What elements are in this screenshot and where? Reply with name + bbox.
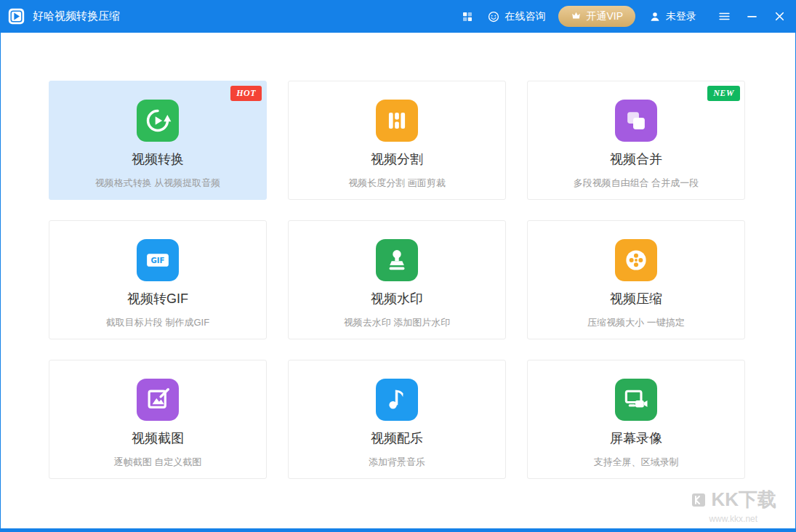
feature-subtitle: 多段视频自由组合 合并成一段 [528, 177, 744, 190]
card-badge: NEW [707, 86, 740, 101]
online-service-button[interactable]: 在线咨询 [487, 0, 545, 33]
menu-icon[interactable] [714, 7, 734, 27]
feature-subtitle: 逐帧截图 自定义截图 [49, 456, 266, 469]
window-controls [714, 7, 789, 27]
feature-title: 视频配乐 [289, 430, 505, 447]
card-badge: HOT [230, 86, 262, 101]
feature-card-video-watermark[interactable]: 视频水印 视频去水印 添加图片水印 [288, 220, 506, 339]
watermark-name: KK下载 [711, 487, 776, 512]
watermark-logo-row: KK下载 [690, 487, 776, 512]
feature-subtitle: 视频去水印 添加图片水印 [289, 316, 505, 329]
feature-title: 屏幕录像 [528, 430, 744, 447]
video-screenshot-icon [137, 379, 179, 421]
main-content: HOT 视频转换 视频格式转换 从视频提取音频 视频分割 视频长度分割 画面剪裁… [1, 33, 795, 528]
feature-grid: HOT 视频转换 视频格式转换 从视频提取音频 视频分割 视频长度分割 画面剪裁… [1, 33, 795, 479]
video-watermark-icon [376, 239, 418, 281]
feature-card-video-merge[interactable]: NEW 视频合并 多段视频自由组合 合并成一段 [527, 81, 745, 200]
minimize-button[interactable] [741, 7, 762, 27]
feature-card-video-screenshot[interactable]: 视频截图 逐帧截图 自定义截图 [49, 360, 267, 479]
feature-card-video-music[interactable]: 视频配乐 添加背景音乐 [288, 360, 506, 479]
titlebar-left: 好哈视频转换压缩 [7, 7, 120, 26]
kk-logo-icon [690, 491, 707, 509]
online-service-label: 在线咨询 [504, 10, 545, 23]
chat-smiley-icon [487, 10, 500, 23]
feature-subtitle: 截取目标片段 制作成GIF [49, 316, 266, 329]
feature-subtitle: 压缩视频大小 一键搞定 [528, 316, 744, 329]
feature-title: 视频水印 [289, 290, 505, 307]
svg-text:GIF: GIF [151, 257, 165, 265]
feature-subtitle: 视频长度分割 画面剪裁 [289, 177, 505, 190]
video-compress-icon [615, 239, 657, 281]
feature-subtitle: 支持全屏、区域录制 [528, 456, 744, 469]
app-logo-icon [7, 7, 26, 26]
vip-button[interactable]: 开通VIP [558, 6, 635, 27]
vip-label: 开通VIP [586, 10, 623, 23]
video-split-icon [376, 100, 418, 142]
screen-record-icon [615, 379, 657, 421]
vip-crown-icon [571, 10, 582, 23]
video-to-gif-icon: GIF [137, 239, 179, 281]
video-music-icon [376, 379, 418, 421]
app-window: 好哈视频转换压缩 在线咨询 开通VIP [0, 0, 796, 532]
watermark-url: www.kkx.net [690, 514, 776, 524]
mini-apps-grid-icon[interactable] [461, 10, 474, 23]
feature-title: 视频转换 [49, 150, 266, 168]
login-button[interactable]: 未登录 [648, 0, 696, 33]
feature-card-video-compress[interactable]: 视频压缩 压缩视频大小 一键搞定 [527, 220, 745, 339]
video-convert-icon [137, 100, 179, 142]
feature-subtitle: 添加背景音乐 [289, 456, 505, 469]
titlebar-right: 在线咨询 开通VIP 未登录 [461, 0, 789, 33]
feature-title: 视频转GIF [49, 290, 266, 307]
feature-subtitle: 视频格式转换 从视频提取音频 [49, 177, 266, 190]
feature-title: 视频分割 [289, 150, 505, 168]
feature-title: 视频合并 [528, 150, 744, 168]
feature-title: 视频压缩 [528, 290, 744, 307]
site-watermark: KK下载 www.kkx.net [690, 487, 776, 524]
feature-card-video-convert[interactable]: HOT 视频转换 视频格式转换 从视频提取音频 [49, 81, 267, 200]
feature-card-video-to-gif[interactable]: GIF 视频转GIF 截取目标片段 制作成GIF [49, 220, 267, 339]
close-button[interactable] [769, 7, 789, 27]
feature-title: 视频截图 [49, 430, 266, 447]
video-merge-icon [615, 100, 657, 142]
feature-card-screen-record[interactable]: 屏幕录像 支持全屏、区域录制 [527, 360, 745, 479]
feature-card-video-split[interactable]: 视频分割 视频长度分割 画面剪裁 [288, 81, 506, 200]
user-icon [648, 10, 662, 23]
titlebar: 好哈视频转换压缩 在线咨询 开通VIP [1, 0, 795, 33]
app-title: 好哈视频转换压缩 [33, 9, 120, 23]
login-label: 未登录 [666, 10, 696, 23]
